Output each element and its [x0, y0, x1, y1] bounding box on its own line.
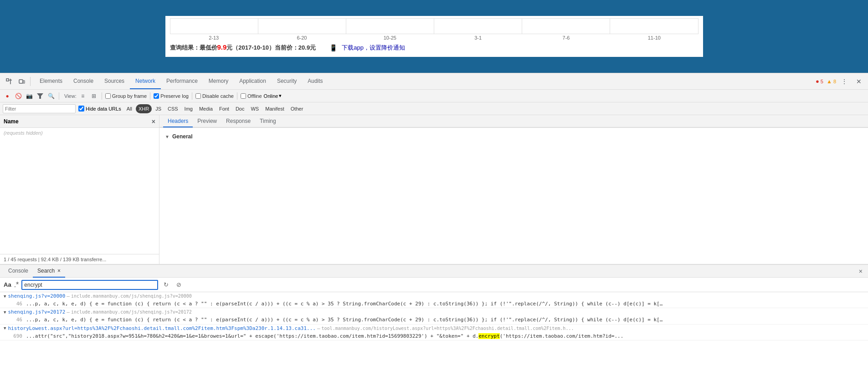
detail-tab-preview[interactable]: Preview [193, 116, 221, 127]
file-sep-1: — [67, 293, 70, 299]
tab-performance[interactable]: Performance [161, 73, 203, 89]
tab-security[interactable]: Security [272, 73, 302, 89]
search-result-line-3-690[interactable]: 690 ...attr("src","history2018.aspx?w=95… [0, 332, 868, 340]
filter-input[interactable] [5, 106, 64, 112]
record-btn[interactable]: ● [3, 91, 12, 101]
highlight-encrypt: encrypt [478, 333, 499, 339]
chart-col-3 [346, 19, 434, 34]
price-current: 20.9元 [298, 44, 316, 51]
device-toggle-btn[interactable] [15, 75, 28, 88]
filter-img-btn[interactable]: Img [182, 104, 195, 113]
search-bar: Aa .* ↻ ⊘ [0, 278, 868, 292]
filter-xhr-btn[interactable]: XHR [136, 104, 152, 113]
disable-cache-toggle[interactable]: Disable cache [195, 93, 234, 99]
svg-marker-5 [37, 93, 43, 99]
view-grid-btn[interactable]: ⊞ [89, 91, 98, 101]
toolbar-sep-4 [192, 92, 192, 100]
line-number: 46 [11, 300, 22, 307]
match-case-btn[interactable]: Aa [4, 281, 11, 288]
filter-manifest-btn[interactable]: Manifest [262, 104, 287, 113]
detail-tab-headers[interactable]: Headers [163, 116, 193, 127]
hide-data-urls-checkbox[interactable] [78, 106, 84, 112]
devtools-panel: Elements Console Sources Network Perform… [0, 73, 868, 364]
hide-data-urls-toggle[interactable]: Hide data URLs [78, 106, 121, 112]
group-by-frame-toggle[interactable]: Group by frame [105, 93, 147, 99]
use-regex-btn[interactable]: .* [14, 281, 19, 289]
search-result-line-2-46[interactable]: 46 ...p, a, c, k, e, d) { e = function (… [0, 316, 868, 324]
tab-sources[interactable]: Sources [99, 73, 130, 89]
search-result-file-3[interactable]: ▼ historyLowest.aspx?url=https%3A%2F%2Fc… [0, 324, 868, 332]
error-badge: ● 5 ▲ 8 [816, 78, 836, 85]
search-clear-btn[interactable]: ⊘ [174, 280, 184, 290]
list-item[interactable]: (requests hidden) [0, 128, 159, 138]
search-btn[interactable]: 🔍 [46, 91, 56, 101]
browser-content-area: 2-13 6-20 10-25 3-1 7-6 11-10 查询结果：最低价9.… [0, 0, 868, 73]
name-column-label: Name [4, 118, 19, 125]
filter-icon-btn[interactable] [36, 91, 45, 101]
detail-tab-response[interactable]: Response [221, 116, 255, 127]
name-panel-header: Name × [0, 115, 159, 128]
filter-media-btn[interactable]: Media [196, 104, 216, 113]
chart-label-4: 3-1 [434, 35, 522, 41]
online-dropdown[interactable]: Online ▾ [264, 93, 282, 99]
console-tab-console[interactable]: Console [4, 265, 33, 278]
devtools-close-btn[interactable]: ✕ [853, 75, 865, 88]
devtools-tabs: Elements Console Sources Network Perform… [34, 73, 329, 89]
name-panel-close-btn[interactable]: × [152, 118, 155, 125]
clear-btn[interactable]: 🚫 [14, 91, 23, 101]
filter-font-btn[interactable]: Font [216, 104, 232, 113]
preserve-log-toggle[interactable]: Preserve log [154, 93, 189, 99]
disable-cache-checkbox[interactable] [195, 93, 201, 99]
search-result-file-1[interactable]: ▼ shenqing.js?v=20000 — include.manmanbu… [0, 292, 868, 300]
inspect-element-btn[interactable] [3, 75, 15, 88]
camera-btn[interactable]: 📷 [25, 91, 34, 101]
console-panel-close-btn[interactable]: × [857, 268, 864, 275]
file-url-3: tool.manmanbuy.com/historyLowest.aspx?ur… [322, 326, 574, 331]
filter-js-btn[interactable]: JS [153, 104, 164, 113]
file-sep-2: — [67, 309, 70, 315]
svg-rect-4 [23, 81, 25, 83]
filter-other-btn[interactable]: Other [288, 104, 306, 113]
detail-tabs: Headers Preview Response Timing [159, 115, 868, 128]
tab-memory[interactable]: Memory [203, 73, 234, 89]
online-chevron-icon: ▾ [279, 93, 282, 99]
group-by-frame-checkbox[interactable] [105, 93, 111, 99]
status-bar: 1 / 45 requests | 92.4 KB / 139 KB trans… [0, 254, 159, 264]
preserve-log-checkbox[interactable] [154, 93, 159, 99]
devtools-more-btn[interactable]: ⋮ [838, 75, 851, 88]
view-list-btn[interactable]: ≡ [78, 91, 87, 101]
general-section-header[interactable]: ▼ General [165, 132, 863, 142]
toolbar-sep-2 [102, 92, 102, 100]
price-table: 2-13 6-20 10-25 3-1 7-6 11-10 查询结果：最低价9.… [165, 16, 703, 57]
download-link[interactable]: 下载app，设置降价通知 [342, 44, 405, 52]
chart-label-3: 10-25 [346, 35, 434, 41]
filter-css-btn[interactable]: CSS [165, 104, 181, 113]
filter-ws-btn[interactable]: WS [248, 104, 262, 113]
offline-toggle[interactable]: Offline [241, 93, 262, 99]
search-tab-close-icon[interactable]: × [57, 268, 61, 274]
filter-all-btn[interactable]: All [124, 104, 135, 113]
name-list: (requests hidden) [0, 128, 159, 254]
console-tab-search[interactable]: Search × [33, 265, 65, 278]
devtools-main: Name × (requests hidden) 1 / 45 requests… [0, 115, 868, 264]
chart-col-4 [434, 19, 522, 34]
search-tab-label: Search [37, 268, 55, 274]
search-input[interactable] [21, 280, 158, 290]
search-result-file-2[interactable]: ▼ shenqing.js?v=20172 — include.manmanbu… [0, 308, 868, 316]
tab-application[interactable]: Application [234, 73, 272, 89]
chart-col-2 [258, 19, 346, 34]
offline-checkbox[interactable] [241, 93, 246, 99]
tab-console[interactable]: Console [68, 73, 99, 89]
filter-doc-btn[interactable]: Doc [233, 104, 247, 113]
file-name-1: shenqing.js?v=20000 [8, 293, 65, 299]
tab-audits[interactable]: Audits [302, 73, 328, 89]
tab-network[interactable]: Network [130, 73, 161, 89]
devtools-topbar: Elements Console Sources Network Perform… [0, 73, 868, 90]
detail-tab-timing[interactable]: Timing [255, 116, 281, 127]
search-refresh-btn[interactable]: ↻ [161, 280, 171, 290]
toolbar-separator-1 [30, 77, 31, 86]
tab-elements[interactable]: Elements [34, 73, 68, 89]
chart-col-1 [170, 19, 258, 34]
search-result-line-1-46[interactable]: 46 ...p, a, c, k, e, d) { e = function (… [0, 300, 868, 308]
line-text: ...attr("src","history2018.aspx?w=951&h=… [26, 333, 623, 340]
